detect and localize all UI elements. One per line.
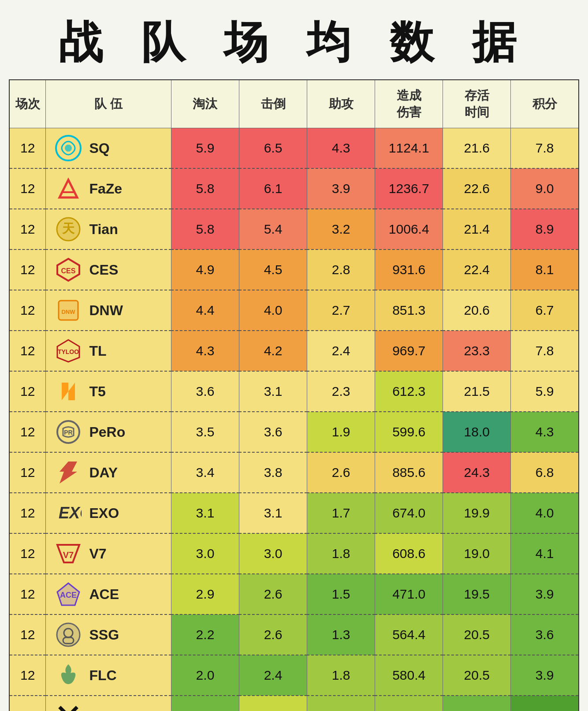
cell-damage-12: 564.4 <box>375 614 443 655</box>
cell-assist-14: 2.1 <box>307 696 375 711</box>
cell-games-7: 12 <box>9 412 46 452</box>
cell-elim-5: 4.3 <box>171 331 239 371</box>
cell-knock-14: 3.0 <box>239 696 307 711</box>
header-elim: 淘汰 <box>171 80 239 128</box>
cell-elim-8: 3.4 <box>171 452 239 493</box>
team-name-14: EX <box>89 708 108 711</box>
cell-points-13: 3.9 <box>511 655 579 696</box>
cell-games-13: 12 <box>9 655 46 696</box>
cell-assist-6: 2.3 <box>307 371 375 412</box>
cell-knock-7: 3.6 <box>239 412 307 452</box>
svg-text:ACE: ACE <box>60 591 77 599</box>
cell-damage-8: 885.6 <box>375 452 443 493</box>
cell-points-4: 6.7 <box>511 290 579 331</box>
cell-games-10: 12 <box>9 533 46 574</box>
svg-text:天: 天 <box>62 222 75 235</box>
cell-knock-0: 6.5 <box>239 128 307 169</box>
team-logo-flc <box>53 660 84 691</box>
cell-damage-5: 969.7 <box>375 331 443 371</box>
cell-team-12: SSG <box>46 614 171 655</box>
team-name-5: TL <box>89 343 106 359</box>
cell-team-7: PR PeRo <box>46 412 171 452</box>
cell-knock-9: 3.1 <box>239 493 307 533</box>
cell-team-13: FLC <box>46 655 171 696</box>
header-knock: 击倒 <box>239 80 307 128</box>
cell-survive-9: 19.9 <box>443 493 511 533</box>
cell-survive-12: 20.5 <box>443 614 511 655</box>
cell-points-2: 8.9 <box>511 209 579 249</box>
cell-elim-9: 3.1 <box>171 493 239 533</box>
team-logo-pero: PR <box>53 417 84 447</box>
table-row: 12 SQ 5.9 6.5 4.3 1124.1 21.6 7.8 <box>9 128 579 169</box>
cell-games-5: 12 <box>9 331 46 371</box>
cell-team-10: V7 V7 <box>46 533 171 574</box>
cell-damage-4: 851.3 <box>375 290 443 331</box>
cell-team-9: EXO EXO <box>46 493 171 533</box>
cell-team-8: DAY <box>46 452 171 493</box>
cell-survive-6: 21.5 <box>443 371 511 412</box>
team-name-6: T5 <box>89 383 105 400</box>
cell-assist-12: 1.3 <box>307 614 375 655</box>
cell-team-4: DNW DNW <box>46 290 171 331</box>
cell-team-1: FaZe <box>46 168 171 209</box>
team-name-11: ACE <box>89 586 119 603</box>
table-row: 12 FaZe 5.8 6.1 3.9 1236.7 22.6 9.0 <box>9 168 579 209</box>
cell-assist-0: 4.3 <box>307 128 375 169</box>
cell-damage-9: 674.0 <box>375 493 443 533</box>
cell-games-11: 12 <box>9 574 46 614</box>
cell-games-0: 12 <box>9 128 46 169</box>
cell-knock-12: 2.6 <box>239 614 307 655</box>
cell-points-6: 5.9 <box>511 371 579 412</box>
cell-assist-3: 2.8 <box>307 249 375 290</box>
cell-elim-7: 3.5 <box>171 412 239 452</box>
main-container: 战 队 场 均 数 据 场次 队 伍 淘汰 击倒 助攻 造成伤害 存活时间 积分… <box>0 0 588 711</box>
table-row: 12 EX 1.9 3.0 2.1 640.4 18.7 2.8 <box>9 696 579 711</box>
cell-elim-10: 3.0 <box>171 533 239 574</box>
team-name-2: Tian <box>89 221 118 238</box>
cell-team-5: TYLOO TL <box>46 331 171 371</box>
cell-points-0: 7.8 <box>511 128 579 169</box>
svg-point-1 <box>65 145 72 152</box>
cell-survive-0: 21.6 <box>443 128 511 169</box>
cell-survive-3: 22.4 <box>443 249 511 290</box>
cell-team-0: SQ <box>46 128 171 169</box>
team-name-10: V7 <box>89 546 106 562</box>
team-logo-ace: ACE <box>53 579 84 610</box>
cell-assist-10: 1.8 <box>307 533 375 574</box>
cell-damage-14: 640.4 <box>375 696 443 711</box>
team-logo-dnw: DNW <box>53 295 84 326</box>
cell-assist-13: 1.8 <box>307 655 375 696</box>
cell-elim-12: 2.2 <box>171 614 239 655</box>
cell-damage-6: 612.3 <box>375 371 443 412</box>
svg-text:TYLOO: TYLOO <box>58 348 79 355</box>
header-damage: 造成伤害 <box>375 80 443 128</box>
cell-survive-13: 20.5 <box>443 655 511 696</box>
cell-damage-13: 580.4 <box>375 655 443 696</box>
cell-survive-14: 18.7 <box>443 696 511 711</box>
team-logo-ces: CES <box>53 254 84 285</box>
header-points: 积分 <box>511 80 579 128</box>
table-row: 12 EXO EXO 3.1 3.1 1.7 674.0 19.9 4.0 <box>9 493 579 533</box>
team-logo-ex <box>53 700 84 711</box>
team-name-0: SQ <box>89 140 109 156</box>
cell-assist-8: 2.6 <box>307 452 375 493</box>
cell-damage-1: 1236.7 <box>375 168 443 209</box>
cell-survive-5: 23.3 <box>443 331 511 371</box>
team-logo-ssg <box>53 619 84 650</box>
cell-knock-8: 3.8 <box>239 452 307 493</box>
cell-knock-5: 4.2 <box>239 331 307 371</box>
team-name-9: EXO <box>89 505 119 521</box>
cell-team-6: T5 <box>46 371 171 412</box>
cell-team-14: EX <box>46 696 171 711</box>
cell-elim-11: 2.9 <box>171 574 239 614</box>
team-name-4: DNW <box>89 302 123 319</box>
team-logo-exo: EXO <box>53 498 84 529</box>
stats-table: 场次 队 伍 淘汰 击倒 助攻 造成伤害 存活时间 积分 12 SQ 5.9 6… <box>9 79 579 711</box>
cell-games-4: 12 <box>9 290 46 331</box>
table-row: 12 FLC 2.0 2.4 1.8 580.4 20.5 3.9 <box>9 655 579 696</box>
cell-elim-13: 2.0 <box>171 655 239 696</box>
cell-elim-3: 4.9 <box>171 249 239 290</box>
team-logo-v7: V7 <box>53 538 84 569</box>
cell-points-9: 4.0 <box>511 493 579 533</box>
cell-elim-1: 5.8 <box>171 168 239 209</box>
